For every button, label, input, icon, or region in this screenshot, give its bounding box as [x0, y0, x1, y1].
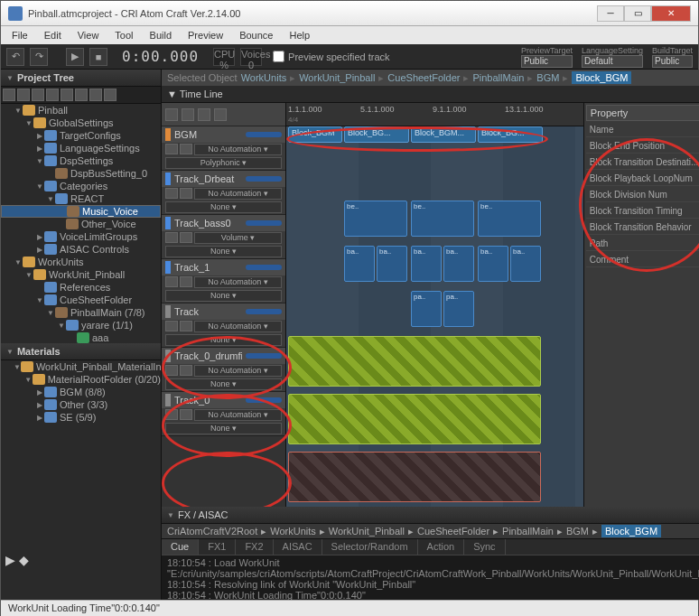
- pattern-clip[interactable]: [288, 336, 541, 387]
- tab-action[interactable]: Action: [418, 539, 465, 555]
- tree-icon-7[interactable]: [89, 89, 102, 101]
- tree-icon-2[interactable]: [17, 89, 30, 101]
- tab-sync[interactable]: Sync: [464, 539, 505, 555]
- tab-cue[interactable]: Cue: [162, 539, 199, 555]
- automation-select[interactable]: No Automation ▾: [194, 409, 282, 421]
- track-view-icon[interactable]: [198, 108, 210, 121]
- tab-selector[interactable]: Selector/Random: [322, 539, 418, 555]
- tree-icon-6[interactable]: [75, 89, 88, 101]
- tree-node[interactable]: ▶AISAC Controls: [1, 243, 161, 256]
- materials-header[interactable]: Materials: [1, 343, 161, 360]
- track-slider[interactable]: [246, 309, 282, 314]
- extra-select[interactable]: None ▾: [165, 334, 282, 346]
- breadcrumb-item[interactable]: WorkUnits: [270, 526, 316, 537]
- tree-icon-8[interactable]: [104, 89, 116, 101]
- extra-select[interactable]: None ▾: [165, 290, 282, 302]
- solo-button[interactable]: [180, 188, 192, 199]
- stop-icon[interactable]: ◆: [19, 553, 29, 567]
- menu-help[interactable]: Help: [282, 28, 317, 42]
- track[interactable]: Track_0 No Automation ▾ None ▾: [162, 392, 285, 436]
- audio-clip[interactable]: ba..: [411, 246, 442, 282]
- preview-track-checkbox[interactable]: [273, 51, 284, 62]
- tree-node[interactable]: ▼MaterialRootFolder (0/20): [1, 373, 161, 386]
- automation-select[interactable]: No Automation ▾: [194, 188, 282, 200]
- menu-edit[interactable]: Edit: [37, 28, 69, 42]
- tab-fx2[interactable]: FX2: [236, 539, 273, 555]
- fx-header[interactable]: FX / AISAC: [162, 507, 699, 524]
- tree-node[interactable]: aaa: [1, 331, 161, 343]
- block[interactable]: Block_BGM: [288, 126, 342, 143]
- tree-node[interactable]: ▶BGM (8/8): [1, 386, 161, 398]
- pattern-clip[interactable]: [288, 394, 541, 444]
- audio-clip[interactable]: ba..: [443, 246, 474, 282]
- track-slider[interactable]: [246, 353, 282, 359]
- breadcrumb-item[interactable]: WorkUnit_Pinball: [329, 526, 405, 537]
- audio-clip[interactable]: ba..: [344, 246, 375, 282]
- tree-node[interactable]: ▼GlobalSettings: [1, 117, 161, 129]
- track[interactable]: Track No Automation ▾ None ▾: [162, 303, 285, 348]
- menu-bounce[interactable]: Bounce: [232, 28, 280, 42]
- play-button[interactable]: ▶: [66, 48, 84, 66]
- breadcrumb-item[interactable]: CueSheetFolder: [417, 526, 489, 537]
- audio-clip[interactable]: be..: [344, 201, 407, 237]
- track[interactable]: Track_1 No Automation ▾ None ▾: [162, 259, 285, 303]
- breadcrumb-item[interactable]: Block_BGM: [572, 71, 631, 84]
- tree-node[interactable]: ▶TargetConfigs: [1, 129, 161, 142]
- audio-clip[interactable]: be..: [411, 201, 474, 237]
- solo-button[interactable]: [180, 321, 192, 331]
- breadcrumb-item[interactable]: CriAtomCraftV2Root: [167, 526, 257, 537]
- track-slider[interactable]: [246, 265, 282, 270]
- project-tree-header[interactable]: Project Tree: [1, 70, 161, 87]
- tree-icon-4[interactable]: [46, 89, 59, 101]
- breadcrumb-item[interactable]: BGM: [536, 72, 559, 83]
- audio-clip[interactable]: ba..: [377, 246, 407, 282]
- track[interactable]: Track_Drbeat No Automation ▾ None ▾: [162, 171, 285, 215]
- tree-node[interactable]: ▼Pinball: [1, 104, 161, 117]
- mute-button[interactable]: [165, 144, 178, 154]
- tree-node[interactable]: DspBusSetting_0: [1, 167, 161, 180]
- minimize-button[interactable]: ─: [597, 5, 624, 22]
- project-tree[interactable]: ▼Pinball ▼GlobalSettings ▶TargetConfigs …: [1, 104, 161, 343]
- breadcrumb-item[interactable]: Block_BGM: [601, 525, 661, 537]
- extra-select[interactable]: None ▾: [165, 201, 282, 213]
- tree-node[interactable]: ▼DspSettings: [1, 154, 161, 167]
- tab-aisac[interactable]: AISAC: [274, 539, 322, 555]
- menu-build[interactable]: Build: [143, 28, 179, 42]
- extra-select[interactable]: Polyphonic ▾: [165, 157, 282, 169]
- tree-node[interactable]: ▼WorkUnit_Pinball_MaterialInfo: [1, 360, 161, 373]
- tree-node[interactable]: ▶LanguageSettings: [1, 142, 161, 154]
- preview-target-select[interactable]: Public: [521, 55, 573, 68]
- tree-node[interactable]: ▶SE (5/9): [1, 411, 161, 424]
- track-slider[interactable]: [246, 397, 282, 403]
- block[interactable]: Block_BG...: [344, 126, 409, 143]
- track-tool-icon[interactable]: [182, 108, 194, 121]
- breadcrumb-item[interactable]: BGM: [566, 526, 589, 537]
- arrange-area[interactable]: 1.1.1.000 4/4 5.1.1.000 9.1.1.000 13.1.1…: [286, 103, 583, 507]
- stop-button[interactable]: ■: [89, 48, 107, 66]
- language-setting-select[interactable]: Default: [582, 55, 643, 68]
- redo-button[interactable]: ↷: [30, 48, 48, 66]
- tree-node[interactable]: ▶Other (3/3): [1, 398, 161, 411]
- mute-button[interactable]: [165, 321, 178, 331]
- track-slider[interactable]: [246, 132, 282, 137]
- tree-node[interactable]: ▼yarare (1/1): [1, 319, 161, 331]
- tree-icon-5[interactable]: [61, 89, 73, 101]
- solo-button[interactable]: [180, 144, 192, 154]
- tree-node[interactable]: ▼WorkUnit_Pinball: [1, 268, 161, 281]
- automation-select[interactable]: No Automation ▾: [194, 321, 282, 332]
- tree-node-selected[interactable]: Music_Voice: [1, 205, 161, 218]
- track[interactable]: Track_0_drumfill No Automation ▾ None ▾: [162, 348, 285, 392]
- tab-fx1[interactable]: FX1: [199, 539, 236, 555]
- automation-select[interactable]: No Automation ▾: [194, 365, 282, 377]
- mute-button[interactable]: [165, 365, 178, 376]
- menu-tool[interactable]: Tool: [107, 28, 140, 42]
- automation-select[interactable]: No Automation ▾: [194, 276, 282, 288]
- tree-node[interactable]: ▼CueSheetFolder: [1, 294, 161, 306]
- solo-button[interactable]: [180, 232, 192, 243]
- mute-button[interactable]: [165, 276, 178, 287]
- tree-node[interactable]: ▼PinballMain (7/8): [1, 306, 161, 319]
- audio-clip[interactable]: be..: [478, 201, 541, 237]
- menu-preview[interactable]: Preview: [181, 28, 230, 42]
- audio-clip[interactable]: pa..: [443, 291, 474, 327]
- automation-select[interactable]: No Automation ▾: [194, 144, 282, 155]
